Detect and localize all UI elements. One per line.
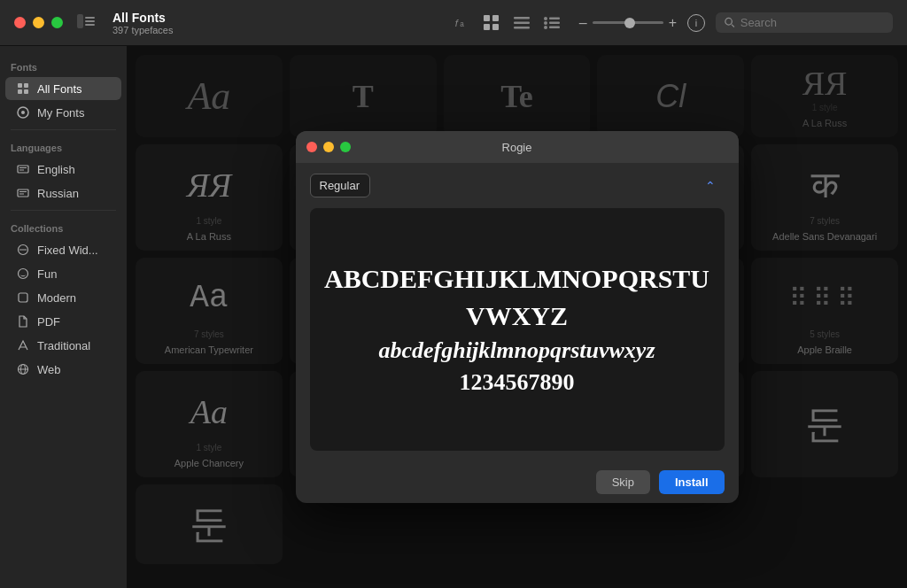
svg-rect-27 [18,166,28,173]
minimize-button[interactable] [33,17,44,28]
pdf-label: PDF [37,315,60,329]
all-fonts-label: All Fonts [37,82,82,96]
slider-track[interactable] [593,21,663,24]
svg-point-35 [19,269,28,279]
sidebar-divider-2 [11,210,116,211]
sidebar-item-modern[interactable]: Modern [5,286,121,309]
modal-overlay: Rogie Regular Bold Italic ⌃ [127,46,907,588]
modal-traffic-lights [306,142,351,152]
web-icon [16,362,30,376]
sidebar-item-fun[interactable]: Fun [5,262,121,285]
sidebar-item-my-fonts[interactable]: My Fonts [5,101,121,124]
modal-close-button[interactable] [306,142,317,152]
toolbar-icons: f a [452,13,562,33]
web-label: Web [37,363,61,376]
svg-rect-30 [18,190,28,197]
size-decrease-icon[interactable]: – [579,15,587,31]
size-increase-icon[interactable]: + [669,15,677,31]
sidebar-item-english[interactable]: English [5,158,121,181]
svg-rect-21 [18,83,22,88]
svg-rect-0 [77,14,83,28]
fixed-width-icon [16,243,30,257]
search-input[interactable] [740,16,884,29]
english-label: English [37,163,75,176]
fonts-view-icon[interactable]: f a [452,13,471,33]
modal-maximize-button[interactable] [340,142,351,152]
svg-rect-11 [514,21,530,24]
select-arrow-icon: ⌃ [705,179,716,193]
main-layout: Fonts All Fonts My Fonts [0,46,907,588]
modal-titlebar: Rogie [296,131,739,163]
svg-rect-3 [85,24,95,26]
svg-rect-16 [549,21,560,24]
font-preview-display: ABCDEFGHIJKLMNOPQRSTU VWXYZ abcdefghijkl… [310,208,725,451]
titlebar: All Fonts 397 typefaces f a [0,0,907,46]
svg-point-17 [544,26,547,29]
svg-rect-6 [484,15,490,21]
russian-label: Russian [37,187,79,200]
sidebar-divider-1 [11,129,116,130]
grid-view-icon[interactable] [482,13,501,33]
traffic-lights [14,17,63,28]
sidebar-item-pdf[interactable]: PDF [5,310,121,333]
svg-rect-7 [492,15,499,21]
svg-point-19 [725,18,733,25]
traditional-icon [16,338,30,352]
russian-icon [16,186,30,200]
preview-line-2: VWXYZ [324,298,709,335]
svg-rect-12 [514,27,530,29]
svg-rect-36 [19,293,27,302]
svg-rect-2 [85,20,95,22]
svg-rect-18 [549,26,560,28]
modern-icon [16,290,30,305]
install-button[interactable]: Install [659,470,725,494]
svg-text:f: f [454,18,459,28]
svg-rect-9 [492,24,499,30]
modal-body: Regular Bold Italic ⌃ ABCDEFGHIJKLMNOPQR… [296,163,739,461]
search-box[interactable] [716,12,893,33]
sidebar-toggle-icon[interactable] [77,14,95,32]
svg-rect-24 [24,89,28,94]
sidebar-item-russian[interactable]: Russian [5,182,121,205]
svg-point-26 [21,111,25,114]
fonts-section-label: Fonts [0,55,127,76]
modal-footer: Skip Install [296,461,739,503]
pdf-icon [16,314,30,329]
svg-line-20 [732,25,734,27]
app-title: All Fonts [112,11,452,25]
rogie-modal: Rogie Regular Bold Italic ⌃ [296,131,739,503]
info-icon[interactable]: i [687,14,705,32]
sidebar-item-fixed-width[interactable]: Fixed Wid... [5,238,121,261]
modern-label: Modern [37,291,76,305]
english-icon [16,162,30,176]
svg-rect-14 [549,17,560,19]
fixed-width-label: Fixed Wid... [37,244,98,257]
list-view-icon[interactable] [512,13,531,33]
all-fonts-icon [16,81,30,96]
sidebar-item-web[interactable]: Web [5,358,121,381]
detail-view-icon[interactable] [542,13,562,33]
svg-rect-8 [484,24,490,30]
close-button[interactable] [14,17,26,28]
svg-rect-1 [85,17,95,19]
sidebar-item-traditional[interactable]: Traditional [5,334,121,357]
preview-line-4: 1234567890 [324,367,709,398]
modal-title: Rogie [502,141,532,154]
my-fonts-label: My Fonts [37,106,84,120]
modal-minimize-button[interactable] [323,142,334,152]
sidebar-item-all-fonts[interactable]: All Fonts [5,77,121,100]
svg-rect-10 [514,17,530,19]
search-icon [725,17,735,28]
fun-label: Fun [37,267,57,281]
maximize-button[interactable] [51,17,63,28]
svg-point-13 [544,17,547,20]
title-section: All Fonts 397 typefaces [112,11,452,35]
collections-section-label: Collections [0,216,127,237]
style-select-wrapper[interactable]: Regular Bold Italic ⌃ [310,174,725,197]
size-slider[interactable]: – + [579,15,677,31]
skip-button[interactable]: Skip [596,470,650,494]
slider-thumb[interactable] [624,18,635,28]
font-style-select[interactable]: Regular Bold Italic [310,174,370,197]
languages-section-label: Languages [0,135,127,157]
fun-icon [16,267,30,281]
